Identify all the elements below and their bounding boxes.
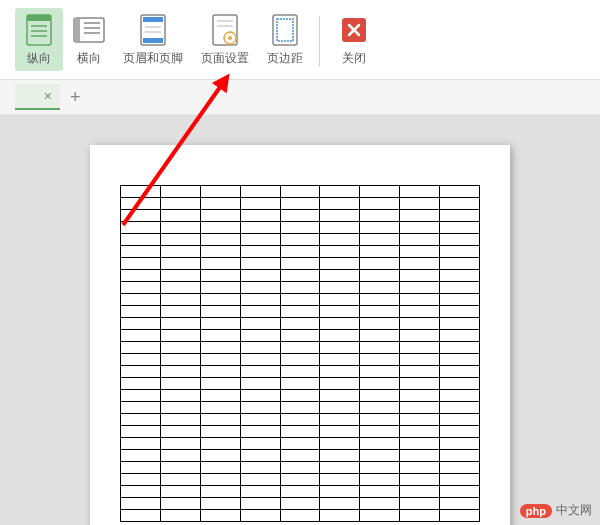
grid-cell [160, 246, 200, 258]
grid-cell [160, 366, 200, 378]
grid-cell [360, 282, 400, 294]
grid-cell [121, 330, 161, 342]
grid-cell [360, 474, 400, 486]
grid-cell [320, 294, 360, 306]
grid-cell [280, 354, 320, 366]
grid-cell [240, 366, 280, 378]
close-icon [338, 12, 370, 48]
grid-cell [360, 366, 400, 378]
grid-cell [200, 270, 240, 282]
grid-cell [160, 258, 200, 270]
grid-cell [240, 270, 280, 282]
grid-cell [240, 486, 280, 498]
print-preview-area [0, 115, 600, 525]
tab-active[interactable]: × [15, 84, 60, 110]
grid-cell [240, 378, 280, 390]
grid-cell [400, 366, 440, 378]
grid-cell [360, 486, 400, 498]
grid-cell [400, 354, 440, 366]
landscape-label: 横向 [77, 50, 101, 67]
close-button[interactable]: 关闭 [330, 8, 378, 71]
margins-label: 页边距 [267, 50, 303, 67]
grid-cell [160, 330, 200, 342]
grid-cell [440, 450, 480, 462]
grid-cell [440, 186, 480, 198]
grid-cell [440, 246, 480, 258]
grid-cell [400, 330, 440, 342]
grid-cell [320, 366, 360, 378]
close-label: 关闭 [342, 50, 366, 67]
grid-cell [121, 378, 161, 390]
grid-cell [200, 318, 240, 330]
grid-cell [200, 258, 240, 270]
grid-cell [160, 498, 200, 510]
grid-cell [440, 438, 480, 450]
grid-cell [280, 366, 320, 378]
grid-cell [440, 330, 480, 342]
svg-point-19 [228, 36, 232, 40]
grid-cell [280, 258, 320, 270]
grid-cell [121, 426, 161, 438]
grid-cell [160, 378, 200, 390]
grid-cell [121, 498, 161, 510]
grid-cell [200, 342, 240, 354]
grid-cell [360, 438, 400, 450]
grid-cell [400, 486, 440, 498]
grid-cell [320, 474, 360, 486]
grid-cell [400, 318, 440, 330]
grid-cell [121, 414, 161, 426]
grid-cell [280, 498, 320, 510]
landscape-button[interactable]: 横向 [65, 8, 113, 71]
grid-cell [320, 234, 360, 246]
grid-cell [200, 426, 240, 438]
grid-cell [280, 342, 320, 354]
grid-cell [200, 378, 240, 390]
grid-cell [400, 390, 440, 402]
grid-cell [121, 342, 161, 354]
grid-cell [440, 510, 480, 522]
tab-close-icon[interactable]: × [44, 88, 52, 104]
grid-cell [280, 438, 320, 450]
grid-cell [121, 390, 161, 402]
grid-cell [360, 306, 400, 318]
watermark-badge: php [520, 504, 552, 518]
grid-cell [240, 414, 280, 426]
portrait-label: 纵向 [27, 50, 51, 67]
portrait-button[interactable]: 纵向 [15, 8, 63, 71]
grid-cell [240, 498, 280, 510]
grid-cell [200, 474, 240, 486]
grid-cell [360, 186, 400, 198]
margins-button[interactable]: 页边距 [259, 8, 311, 71]
header-footer-button[interactable]: 页眉和页脚 [115, 8, 191, 71]
grid-cell [280, 306, 320, 318]
grid-cell [240, 282, 280, 294]
grid-cell [440, 498, 480, 510]
grid-cell [440, 402, 480, 414]
grid-cell [160, 234, 200, 246]
grid-cell [400, 246, 440, 258]
grid-cell [440, 414, 480, 426]
grid-cell [280, 390, 320, 402]
grid-cell [160, 402, 200, 414]
grid-cell [400, 198, 440, 210]
tab-add-icon[interactable]: + [70, 87, 81, 108]
grid-cell [440, 390, 480, 402]
grid-cell [400, 438, 440, 450]
grid-cell [360, 258, 400, 270]
grid-cell [200, 486, 240, 498]
page-setup-button[interactable]: 页面设置 [193, 8, 257, 71]
grid-cell [280, 282, 320, 294]
grid-cell [200, 222, 240, 234]
grid-cell [121, 474, 161, 486]
grid-cell [121, 246, 161, 258]
grid-cell [160, 210, 200, 222]
grid-cell [160, 450, 200, 462]
grid-cell [200, 330, 240, 342]
grid-cell [200, 186, 240, 198]
grid-cell [160, 222, 200, 234]
grid-cell [400, 450, 440, 462]
grid-cell [121, 306, 161, 318]
grid-cell [280, 222, 320, 234]
grid-cell [400, 474, 440, 486]
grid-cell [440, 258, 480, 270]
